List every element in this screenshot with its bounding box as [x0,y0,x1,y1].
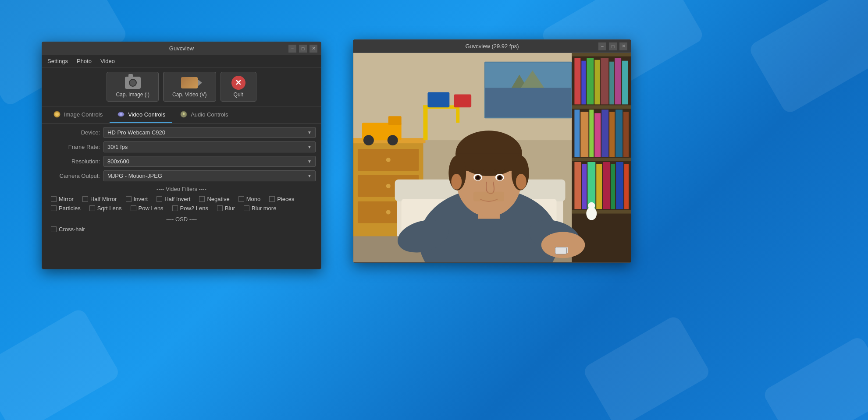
cap-image-button[interactable]: Cap. Image (I) [107,72,159,102]
filter-mono-label: Mono [246,196,261,202]
svg-rect-42 [587,58,594,105]
filter-blur-more[interactable]: Blur more [244,205,276,212]
svg-point-86 [516,174,526,190]
filter-mirror-checkbox[interactable] [51,196,57,202]
filter-pow2-lens[interactable]: Pow2 Lens [172,205,208,212]
tab-audio-controls[interactable]: Audio Controls [172,106,235,123]
cap-video-label: Cap. Video (V) [172,92,207,98]
filter-mirror[interactable]: Mirror [51,196,74,202]
svg-point-23 [363,135,374,145]
filter-blur[interactable]: Blur [217,205,235,212]
camera-output-label: Camera Output: [47,173,100,179]
camera-output-select[interactable]: MJPG - Motion-JPEG ▼ [103,170,316,181]
control-window-minimize[interactable]: − [288,45,296,53]
tab-image-controls-label: Image Controls [64,111,103,118]
menu-settings[interactable]: Settings [46,57,70,65]
quit-button[interactable]: ✕ Quit [221,72,256,102]
filter-pow2-lens-checkbox[interactable] [172,205,178,211]
svg-rect-61 [611,164,615,209]
cap-image-icon [124,76,142,90]
filter-particles[interactable]: Particles [51,205,81,212]
preview-window-controls: − □ ✕ [598,42,627,50]
cap-video-button[interactable]: Cap. Video (V) [163,72,216,102]
filter-pieces-label: Pieces [277,196,294,202]
filter-particles-label: Particles [59,205,81,212]
svg-rect-50 [589,109,594,157]
filter-pow-lens-checkbox[interactable] [131,205,136,211]
filter-mirror-label: Mirror [59,196,74,202]
menu-video[interactable]: Video [99,57,117,65]
filter-half-invert[interactable]: Half Invert [157,196,190,202]
filters-grid: Mirror Half Mirror Invert Half Invert Ne… [47,196,316,212]
svg-point-83 [498,176,502,180]
preview-window-close[interactable]: ✕ [619,42,627,50]
svg-rect-87 [555,247,567,254]
control-window-maximize[interactable]: □ [299,45,307,53]
filter-half-mirror[interactable]: Half Mirror [82,196,117,202]
camera-output-row: Camera Output: MJPG - Motion-JPEG ▼ [47,170,316,181]
osd-crosshair-checkbox[interactable] [51,226,57,232]
filter-blur-more-checkbox[interactable] [244,205,249,211]
preview-window-titlebar: Guvcview (29.92 fps) − □ ✕ [353,40,631,53]
filter-mono[interactable]: Mono [238,196,261,202]
filter-mono-checkbox[interactable] [238,196,244,202]
svg-rect-25 [423,105,427,140]
svg-rect-62 [616,162,623,209]
control-window-close[interactable]: ✕ [309,45,317,53]
filter-half-invert-label: Half Invert [164,196,190,202]
svg-rect-84 [473,192,504,201]
resolution-arrow: ▼ [307,159,312,164]
control-window-controls: − □ ✕ [288,45,317,53]
filter-pieces[interactable]: Pieces [269,196,294,202]
frame-rate-select[interactable]: 30/1 fps ▼ [103,141,316,152]
svg-rect-54 [615,109,623,157]
filter-negative[interactable]: Negative [199,196,229,202]
osd-crosshair[interactable]: Cross-hair [51,226,85,233]
filter-pow-lens[interactable]: Pow Lens [131,205,164,212]
svg-rect-5 [183,113,185,115]
filter-invert[interactable]: Invert [126,196,148,202]
control-window-titlebar: Guvcview − □ ✕ [42,42,321,55]
resolution-row: Resolution: 800x600 ▼ [47,156,316,167]
video-controls-icon [117,110,125,119]
preview-window-minimize[interactable]: − [598,42,606,50]
filter-particles-checkbox[interactable] [51,205,57,211]
toolbar: Cap. Image (I) Cap. Video (V) ✕ Quit [42,67,321,106]
resolution-label: Resolution: [47,158,100,165]
svg-rect-63 [624,164,629,209]
filter-half-invert-checkbox[interactable] [157,196,162,202]
menu-photo[interactable]: Photo [75,57,93,65]
svg-rect-41 [581,61,586,105]
device-select[interactable]: HD Pro Webcam C920 ▼ [103,127,316,138]
svg-rect-56 [574,162,581,209]
tab-image-controls[interactable]: Image Controls [46,106,110,123]
preview-window-maximize[interactable]: □ [609,42,617,50]
filter-invert-checkbox[interactable] [126,196,132,202]
webcam-preview [353,53,631,262]
content-area: Device: HD Pro Webcam C920 ▼ Frame Rate:… [42,124,321,269]
filter-half-mirror-checkbox[interactable] [82,196,88,202]
filter-sqrt-lens-checkbox[interactable] [89,205,95,211]
preview-window-title: Guvcview (29.92 fps) [465,43,519,49]
filter-pieces-checkbox[interactable] [269,196,275,202]
svg-rect-47 [622,61,628,105]
filter-sqrt-lens[interactable]: Sqrt Lens [89,205,122,212]
filter-half-mirror-label: Half Mirror [90,196,117,202]
webcam-scene-svg [353,53,631,262]
svg-point-1 [55,113,59,116]
svg-point-85 [451,174,462,190]
svg-rect-43 [594,60,600,105]
filter-blur-checkbox[interactable] [217,205,223,211]
tab-video-controls[interactable]: Video Controls [110,106,172,123]
resolution-value: 800x600 [107,158,129,165]
svg-rect-36 [572,53,631,56]
device-row: Device: HD Pro Webcam C920 ▼ [47,127,316,138]
tab-video-controls-label: Video Controls [128,111,165,118]
svg-rect-27 [456,105,459,123]
resolution-select[interactable]: 800x600 ▼ [103,156,316,167]
svg-rect-38 [572,158,631,161]
svg-rect-51 [594,113,601,157]
svg-rect-22 [388,116,402,125]
bg-decoration-2 [0,307,121,420]
filter-negative-checkbox[interactable] [199,196,205,202]
